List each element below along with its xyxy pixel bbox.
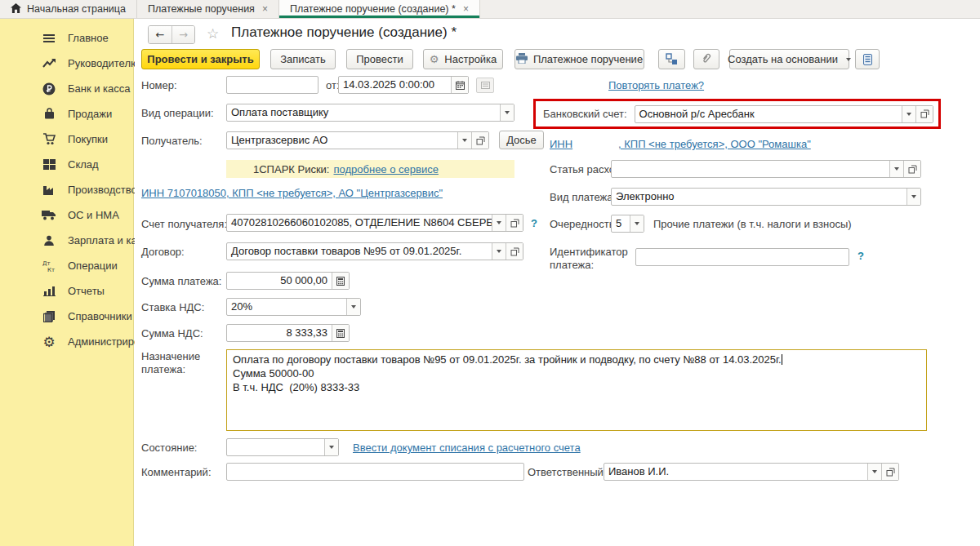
tab-home[interactable]: Начальная страница bbox=[0, 0, 137, 18]
post-button[interactable]: Провести bbox=[346, 49, 413, 69]
chevron-down-icon bbox=[846, 58, 851, 61]
responsible-input[interactable]: Иванов И.И. bbox=[604, 464, 867, 480]
calculator-button[interactable] bbox=[332, 325, 349, 341]
bank-account-input[interactable]: Основной р/с Аресбанк bbox=[635, 106, 902, 122]
sidebar-item-directories[interactable]: Справочники bbox=[0, 304, 133, 329]
print-payment-order-button[interactable]: Платежное поручение bbox=[514, 49, 644, 69]
nav-buttons: ← → bbox=[148, 25, 195, 44]
bank-account-label: Банковский счет: bbox=[543, 108, 627, 120]
recipient-input[interactable]: Центргазсервис АО bbox=[227, 132, 457, 149]
post-and-close-button[interactable]: Провести и закрыть bbox=[141, 49, 260, 69]
state-input[interactable] bbox=[227, 439, 324, 455]
sidebar-item-administration[interactable]: ⚙ Администрирование bbox=[0, 329, 133, 354]
number-list-icon[interactable] bbox=[476, 78, 494, 93]
sidebar-item-bank-cash[interactable]: Банк и касса bbox=[0, 76, 133, 101]
org-kpp-link[interactable]: , КПП <не требуется>, ООО "Ромашка" bbox=[618, 138, 811, 150]
create-based-on-button[interactable]: Создать на основании bbox=[729, 49, 849, 69]
dropdown-button[interactable] bbox=[457, 132, 471, 149]
payment-id-label: Идентификатор платежа: bbox=[550, 246, 631, 272]
recipient-account-help[interactable]: ? bbox=[531, 217, 537, 229]
related-documents-button[interactable] bbox=[658, 49, 685, 69]
ruble-icon bbox=[41, 82, 57, 96]
payment-type-input[interactable]: Электронно bbox=[612, 189, 906, 205]
sidebar-item-production[interactable]: Производство bbox=[0, 177, 133, 202]
forward-button[interactable]: → bbox=[172, 26, 194, 43]
recipient-field: Центргазсервис АО bbox=[226, 131, 489, 149]
tab-label: Платежное поручение (создание) * bbox=[290, 3, 456, 15]
expense-item-input[interactable] bbox=[612, 161, 889, 177]
save-button[interactable]: Записать bbox=[270, 49, 336, 69]
calculator-button[interactable] bbox=[332, 273, 349, 289]
payment-id-help[interactable]: ? bbox=[858, 250, 864, 262]
bank-account-highlight: Банковский счет: Основной р/с Аресбанк bbox=[533, 99, 941, 129]
operation-field: Оплата поставщику bbox=[226, 104, 514, 122]
responsible-field: Иванов И.И. bbox=[604, 463, 899, 481]
sidebar-item-sales[interactable]: Продажи bbox=[0, 101, 133, 127]
vat-amount-label: Сумма НДС: bbox=[141, 327, 203, 340]
spark-risks-banner: 1СПАРК Риски: подробнее о сервисе bbox=[226, 160, 514, 178]
sidebar-item-reports[interactable]: Отчеты bbox=[0, 278, 133, 304]
comment-input[interactable] bbox=[226, 463, 524, 481]
payment-id-input[interactable] bbox=[635, 248, 849, 266]
sidebar-item-main[interactable]: Главное bbox=[0, 25, 133, 51]
open-button[interactable] bbox=[506, 243, 523, 260]
amount-input[interactable]: 50 000,00 bbox=[227, 273, 332, 289]
back-button[interactable]: ← bbox=[149, 26, 172, 43]
truck-icon bbox=[41, 208, 57, 223]
purpose-textarea[interactable]: Оплата по договору поставки товаров №95 … bbox=[226, 349, 927, 431]
dropdown-button[interactable] bbox=[889, 161, 903, 177]
settings-button[interactable]: ⚙ Настройка bbox=[423, 49, 503, 69]
payment-order-form: ← → ☆ Платежное поручение (создание) * П… bbox=[135, 19, 980, 546]
gear-icon: ⚙ bbox=[430, 53, 439, 65]
recipient-account-input[interactable]: 40702810266060102085, ОТДЕЛЕНИЕ N8604 СБ… bbox=[227, 215, 492, 231]
sidebar-item-fixed-assets[interactable]: ОС и НМА bbox=[0, 202, 133, 228]
dropdown-button[interactable] bbox=[324, 439, 338, 455]
spark-more-link[interactable]: подробнее о сервисе bbox=[333, 163, 438, 175]
org-inn-link[interactable]: ИНН bbox=[550, 138, 572, 150]
expense-item-field bbox=[611, 160, 921, 178]
sidebar-item-salary-hr[interactable]: Зарплата и кадры bbox=[0, 228, 133, 253]
dropdown-button[interactable] bbox=[906, 189, 920, 205]
open-button[interactable] bbox=[881, 464, 898, 480]
recipient-inn-link[interactable]: ИНН 7107018050, КПП <не требуется>, АО "… bbox=[141, 187, 443, 199]
contract-input[interactable]: Договор поставки товаров №95 от 09.01.20… bbox=[227, 243, 492, 260]
tab-payment-order-create[interactable]: Платежное поручение (создание) * × bbox=[279, 0, 480, 18]
close-icon[interactable]: × bbox=[262, 3, 268, 15]
open-button[interactable] bbox=[506, 215, 523, 231]
vat-rate-input[interactable]: 20% bbox=[227, 299, 346, 315]
date-input[interactable]: 14.03.2025 0:00:00 bbox=[339, 77, 451, 93]
close-icon[interactable]: × bbox=[463, 3, 469, 15]
dropdown-button[interactable] bbox=[346, 299, 360, 315]
dropdown-button[interactable] bbox=[500, 104, 514, 121]
dropdown-button[interactable] bbox=[492, 243, 506, 260]
tab-label: Платежные поручения bbox=[148, 3, 255, 15]
sidebar-item-manager[interactable]: Руководителю bbox=[0, 51, 133, 76]
vat-amount-input[interactable]: 8 333,33 bbox=[227, 325, 332, 341]
reports-list-button[interactable] bbox=[855, 49, 880, 69]
priority-input[interactable]: 5 bbox=[612, 215, 630, 232]
repeat-payment-link[interactable]: Повторять платеж? bbox=[608, 79, 704, 91]
sidebar-item-label: Операции bbox=[68, 260, 118, 272]
priority-field: 5 bbox=[611, 215, 644, 233]
open-button[interactable] bbox=[471, 132, 488, 149]
dropdown-button[interactable] bbox=[867, 464, 881, 480]
open-button[interactable] bbox=[903, 161, 920, 177]
dropdown-button[interactable] bbox=[902, 106, 915, 122]
operation-input[interactable]: Оплата поставщику bbox=[227, 104, 500, 121]
sidebar-item-operations[interactable]: ДтКт Операции bbox=[0, 253, 133, 278]
sidebar-item-purchases[interactable]: Покупки bbox=[0, 127, 133, 152]
date-field: 14.03.2025 0:00:00 bbox=[338, 76, 469, 94]
dropdown-button[interactable] bbox=[492, 215, 506, 231]
enter-writeoff-document-link[interactable]: Ввести документ списания с расчетного сч… bbox=[353, 442, 581, 454]
number-input[interactable] bbox=[226, 76, 318, 94]
favorite-star-icon[interactable]: ☆ bbox=[207, 25, 219, 42]
amount-field: 50 000,00 bbox=[226, 272, 350, 290]
calendar-button[interactable] bbox=[451, 77, 468, 93]
attachments-button[interactable] bbox=[693, 49, 719, 69]
dossier-button[interactable]: Досье bbox=[499, 131, 544, 149]
open-button[interactable] bbox=[915, 106, 933, 122]
sidebar-item-warehouse[interactable]: Склад bbox=[0, 152, 133, 177]
tab-payment-orders-list[interactable]: Платежные поручения × bbox=[137, 0, 279, 18]
recipient-account-label: Счет получателя: bbox=[141, 218, 227, 230]
dropdown-button[interactable] bbox=[630, 215, 644, 232]
